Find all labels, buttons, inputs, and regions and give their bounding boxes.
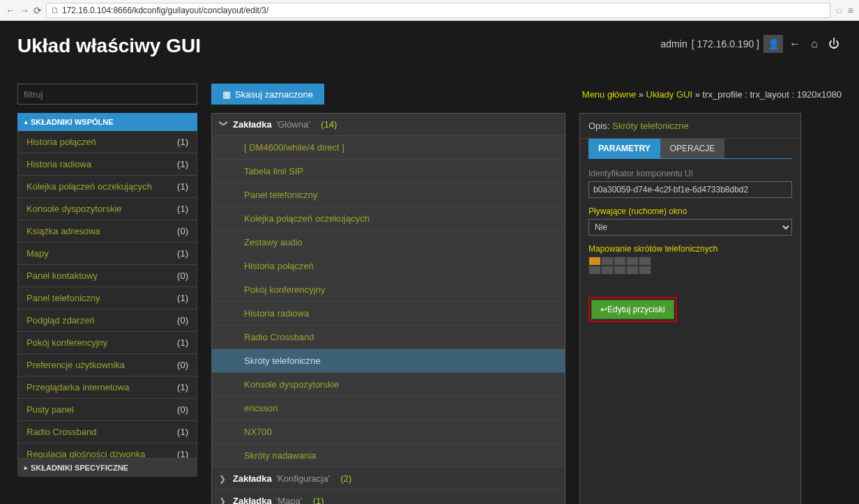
mapping-label: Mapowanie skrótów telefonicznych bbox=[588, 244, 792, 254]
section-specific-header[interactable]: ▸ SKŁADNIKI SPECYFICZNE bbox=[17, 459, 197, 477]
sidebar-item[interactable]: Pusty panel(0) bbox=[18, 399, 197, 421]
tab-item[interactable]: Pokój konferencyjny bbox=[212, 278, 565, 302]
sidebar-item[interactable]: Panel telefoniczny(1) bbox=[18, 287, 197, 310]
mapping-cell[interactable] bbox=[588, 266, 601, 275]
tab-operations[interactable]: OPERACJE bbox=[660, 139, 725, 158]
tab-item[interactable]: Panel telefoniczny bbox=[212, 183, 565, 207]
mapping-cell[interactable] bbox=[601, 266, 614, 275]
mapping-cell[interactable] bbox=[639, 257, 651, 266]
sidebar-item[interactable]: Podgląd zdarzeń(0) bbox=[18, 310, 197, 332]
mapping-cell[interactable] bbox=[639, 266, 651, 275]
tab-group-header[interactable]: ❯ Zakładka 'Mapa' (1) bbox=[212, 490, 565, 504]
sidebar: ▴ SKŁADNIKI WSPÓLNE Historia połączeń(1)… bbox=[17, 113, 197, 504]
common-components-list: Historia połączeń(1)Historia radiowa(1)K… bbox=[17, 131, 197, 459]
sidebar-item[interactable]: Pokój konferencyjny(1) bbox=[18, 332, 197, 354]
browser-menu-icon[interactable]: ≡ bbox=[848, 5, 853, 16]
user-name: admin bbox=[661, 38, 687, 49]
id-label: Identyfikator komponentu UI bbox=[588, 169, 792, 178]
grid-icon: ▦ bbox=[222, 89, 231, 100]
sidebar-item[interactable]: Konsole dyspozytorskie(1) bbox=[18, 198, 197, 220]
chevron-icon: ❯ bbox=[219, 474, 229, 484]
user-block: admin [ 172.16.0.190 ] 👤 ← ⌂ ⏻ bbox=[661, 35, 842, 53]
details-tabs: PARAMETRY OPERACJE bbox=[588, 139, 792, 159]
bookmark-icon[interactable]: ☆ bbox=[835, 5, 844, 16]
tab-item[interactable]: Skróty telefoniczne bbox=[212, 349, 565, 373]
tab-item[interactable]: Konsole dyspozytorskie bbox=[212, 373, 565, 397]
power-icon[interactable]: ⏻ bbox=[826, 38, 842, 50]
details-panel: Opis: Skróty telefoniczne PARAMETRY OPER… bbox=[579, 113, 801, 504]
tab-item[interactable]: Tabela linii SIP bbox=[212, 160, 565, 183]
sidebar-item[interactable]: Historia radiowa(1) bbox=[18, 153, 197, 176]
tab-item[interactable]: Historia połączeń bbox=[212, 254, 565, 278]
tab-item[interactable]: Radio Crossband bbox=[212, 326, 565, 349]
mapping-cell[interactable] bbox=[626, 266, 639, 275]
forward-icon[interactable]: → bbox=[20, 5, 29, 16]
tab-item[interactable]: Zestawy audio bbox=[212, 231, 565, 254]
browser-chrome-bar: ← → ⟳ 🗋 172.16.0.104:8666/kdconfig/guila… bbox=[0, 0, 859, 21]
tab-item[interactable]: NX700 bbox=[212, 420, 565, 444]
url-input[interactable]: 🗋 172.16.0.104:8666/kdconfig/guilayout/c… bbox=[46, 3, 830, 18]
details-header: Opis: Skróty telefoniczne bbox=[580, 114, 800, 139]
mapping-cell[interactable] bbox=[588, 257, 601, 266]
back-icon[interactable]: ← bbox=[6, 5, 15, 16]
breadcrumb-link[interactable]: Menu główne bbox=[582, 89, 636, 100]
tab-item[interactable]: Skróty nadawania bbox=[212, 444, 565, 468]
sidebar-item[interactable]: Regulacja głośności dzwonka(1) bbox=[18, 443, 197, 459]
float-label: Pływające (ruchome) okno bbox=[588, 206, 792, 216]
tab-group-header[interactable]: ❯ Zakładka 'Konfiguracja' (2) bbox=[212, 468, 565, 490]
section-common-header[interactable]: ▴ SKŁADNIKI WSPÓLNE bbox=[17, 113, 197, 131]
sidebar-item[interactable]: Kolejka połączeń oczekujących(1) bbox=[18, 176, 197, 198]
edit-buttons-button[interactable]: ↩Edytuj przyciski bbox=[591, 300, 674, 319]
delete-selected-button[interactable]: ▦ Skasuj zaznaczone bbox=[211, 84, 324, 105]
tab-item[interactable]: ericsson bbox=[212, 397, 565, 420]
mapping-cell[interactable] bbox=[601, 257, 614, 266]
tab-group-header[interactable]: ❯ Zakładka 'Główna' (14) bbox=[212, 114, 565, 136]
caret-up-icon: ▴ bbox=[24, 119, 28, 125]
breadcrumb-current: trx_profile : trx_layout : 1920x1080 bbox=[703, 89, 842, 100]
breadcrumb: Menu główne » Układy GUI » trx_profile :… bbox=[582, 89, 842, 100]
sidebar-item[interactable]: Mapy(1) bbox=[18, 243, 197, 265]
user-icon[interactable]: 👤 bbox=[763, 35, 783, 53]
tab-parameters[interactable]: PARAMETRY bbox=[588, 139, 660, 158]
back-nav-icon[interactable]: ← bbox=[787, 38, 803, 50]
sidebar-item[interactable]: Książka adresowa(0) bbox=[18, 220, 197, 243]
tab-item[interactable]: [ DM4600/white/4 direct ] bbox=[212, 136, 565, 160]
breadcrumb-link[interactable]: Układy GUI bbox=[646, 89, 692, 100]
floating-window-select[interactable]: Nie bbox=[588, 219, 792, 236]
edit-buttons-highlight: ↩Edytuj przyciski bbox=[588, 297, 677, 322]
tabs-panel: ❯ Zakładka 'Główna' (14)[ DM4600/white/4… bbox=[211, 113, 565, 504]
chevron-icon: ❯ bbox=[219, 120, 229, 130]
tab-item[interactable]: Historia radiowa bbox=[212, 302, 565, 326]
mapping-cell[interactable] bbox=[626, 257, 639, 266]
reload-icon[interactable]: ⟳ bbox=[33, 5, 42, 16]
sidebar-item[interactable]: Preferencje użytkownika(0) bbox=[18, 354, 197, 376]
tab-item[interactable]: Kolejka połączeń oczekujących bbox=[212, 207, 565, 231]
filter-input[interactable] bbox=[17, 84, 197, 105]
sidebar-item[interactable]: Panel kontaktowy(0) bbox=[18, 265, 197, 287]
mapping-cell[interactable] bbox=[614, 257, 626, 266]
chevron-icon: ❯ bbox=[219, 496, 229, 505]
page-title: Układ właściwy GUI bbox=[17, 35, 201, 57]
sidebar-item[interactable]: Przeglądarka internetowa(1) bbox=[18, 376, 197, 399]
home-icon[interactable]: ⌂ bbox=[807, 38, 822, 50]
sidebar-item[interactable]: Radio Crossband(1) bbox=[18, 421, 197, 443]
sidebar-item[interactable]: Historia połączeń(1) bbox=[18, 131, 197, 153]
component-id-input[interactable] bbox=[588, 181, 792, 198]
mapping-grid bbox=[588, 257, 651, 275]
user-ip: [ 172.16.0.190 ] bbox=[692, 38, 759, 49]
mapping-cell[interactable] bbox=[614, 266, 626, 275]
caret-right-icon: ▸ bbox=[24, 464, 28, 471]
